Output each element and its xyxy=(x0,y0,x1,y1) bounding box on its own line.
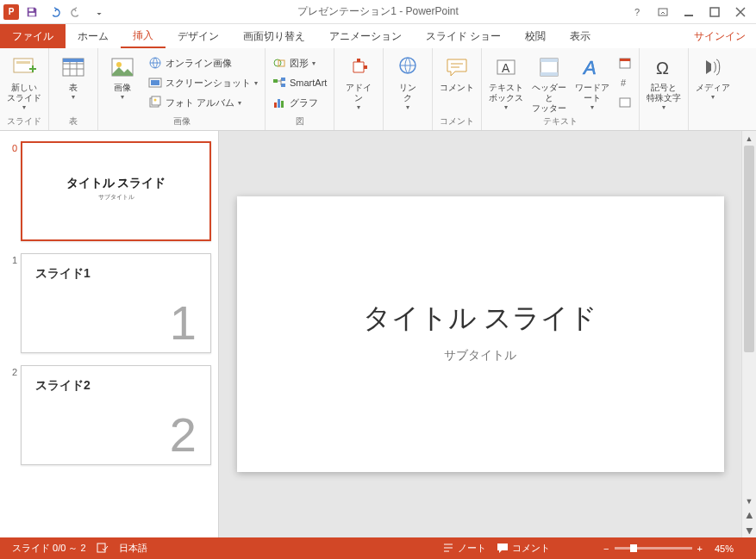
tab-file[interactable]: ファイル xyxy=(0,24,66,48)
minimize-icon[interactable] xyxy=(677,3,701,22)
group-illustrations-label: 図 xyxy=(269,114,330,128)
svg-rect-33 xyxy=(540,72,558,76)
slide-thumb-1[interactable]: スライド1 1 xyxy=(21,253,211,353)
svg-rect-25 xyxy=(281,101,284,108)
date-time-icon xyxy=(618,56,632,70)
header-footer-button[interactable]: ヘッダーと フッター xyxy=(528,50,570,114)
group-tables-label: 表 xyxy=(53,114,94,128)
symbol-button[interactable]: Ω 記号と 特殊文字▾ xyxy=(643,50,684,112)
header-footer-icon xyxy=(535,53,563,81)
status-comments-button[interactable]: コメント xyxy=(491,542,555,556)
status-spellcheck-icon[interactable] xyxy=(91,542,114,556)
wordart-icon: A xyxy=(578,53,606,81)
zoom-slider[interactable]: − + xyxy=(597,543,709,554)
next-slide-icon[interactable]: ⯆ xyxy=(742,523,756,537)
svg-rect-24 xyxy=(278,99,280,108)
text-extra1-button[interactable] xyxy=(615,53,635,72)
signin-link[interactable]: サインイン xyxy=(684,24,756,48)
scroll-down-icon[interactable]: ▼ xyxy=(742,494,756,508)
new-slide-icon xyxy=(10,53,38,81)
help-icon[interactable]: ? xyxy=(625,3,649,22)
comment-button[interactable]: コメント xyxy=(436,50,478,93)
text-extra2-button[interactable]: # xyxy=(615,73,635,92)
photo-album-button[interactable]: フォト アルバム ▾ xyxy=(145,93,261,112)
media-icon xyxy=(699,53,727,81)
new-slide-button[interactable]: 新しい スライド▾ xyxy=(3,50,45,112)
qat-dropdown-icon[interactable] xyxy=(90,3,109,22)
maximize-icon[interactable] xyxy=(703,3,727,22)
slide-thumb-2[interactable]: スライド2 2 xyxy=(21,365,211,465)
svg-text:A: A xyxy=(582,57,597,78)
zoom-out-icon[interactable]: − xyxy=(603,543,609,554)
status-slide-count[interactable]: スライド 0/0 ～ 2 xyxy=(7,542,91,555)
addins-button[interactable]: アドイ ン▾ xyxy=(338,50,379,112)
chart-icon xyxy=(272,96,286,109)
screenshot-button[interactable]: スクリーンショット ▾ xyxy=(145,73,261,92)
link-button[interactable]: リン ク▾ xyxy=(387,50,428,112)
slide-title[interactable]: タイトル スライド xyxy=(237,300,724,338)
svg-rect-20 xyxy=(273,79,278,83)
tab-slideshow[interactable]: スライド ショー xyxy=(414,24,513,48)
chart-button[interactable]: グラフ xyxy=(269,93,330,112)
group-comments-label: コメント xyxy=(436,114,478,128)
screenshot-icon xyxy=(148,76,162,90)
online-pictures-button[interactable]: オンライン画像 xyxy=(145,53,261,72)
thumb-number: 1 xyxy=(7,253,21,265)
prev-slide-icon[interactable]: ⯅ xyxy=(742,508,756,523)
slide-thumb-0[interactable]: タイトル スライド サブタイトル xyxy=(21,141,211,241)
status-language[interactable]: 日本語 xyxy=(114,542,153,555)
svg-rect-5 xyxy=(710,8,719,16)
tab-transitions[interactable]: 画面切り替え xyxy=(231,24,317,48)
tab-animations[interactable]: アニメーション xyxy=(317,24,414,48)
svg-text:?: ? xyxy=(634,7,640,17)
svg-rect-6 xyxy=(14,59,33,72)
pictures-button[interactable]: 画像▾ xyxy=(102,50,143,102)
svg-text:A: A xyxy=(502,61,510,75)
svg-point-17 xyxy=(154,99,157,102)
smartart-button[interactable]: SmartArt xyxy=(269,73,330,92)
svg-rect-9 xyxy=(63,59,84,62)
textbox-icon: A xyxy=(492,53,520,81)
group-images-label: 画像 xyxy=(102,114,261,128)
wordart-button[interactable]: A ワードアート▾ xyxy=(572,50,613,112)
tab-insert[interactable]: 挿入 xyxy=(121,24,166,48)
text-extra3-button[interactable] xyxy=(615,93,635,112)
qat-save-icon[interactable] xyxy=(22,3,41,22)
tab-home[interactable]: ホーム xyxy=(66,24,121,48)
scroll-up-icon[interactable]: ▲ xyxy=(742,131,756,146)
svg-rect-22 xyxy=(281,84,285,87)
close-icon[interactable] xyxy=(728,3,753,22)
tab-view[interactable]: 表示 xyxy=(558,24,603,48)
qat-redo-icon[interactable] xyxy=(67,3,86,22)
group-slides-label: スライド xyxy=(3,114,45,128)
tab-review[interactable]: 校閲 xyxy=(513,24,558,48)
slide-canvas[interactable]: タイトル スライド サブタイトル xyxy=(237,196,724,472)
ribbon: 新しい スライド▾ スライド 表▾ 表 画像▾ オンライン画像 スクリーンショッ… xyxy=(0,48,756,131)
textbox-button[interactable]: A テキスト ボックス▾ xyxy=(485,50,527,112)
object-icon xyxy=(618,96,632,109)
qat-undo-icon[interactable] xyxy=(45,3,64,22)
slide-subtitle[interactable]: サブタイトル xyxy=(237,348,724,363)
scroll-thumb[interactable] xyxy=(744,146,754,352)
svg-rect-26 xyxy=(357,59,360,62)
svg-rect-38 xyxy=(620,98,630,107)
media-button[interactable]: メディア▾ xyxy=(692,50,734,102)
shapes-button[interactable]: 図形 ▾ xyxy=(269,53,330,72)
link-icon xyxy=(394,53,422,81)
ribbon-options-icon[interactable] xyxy=(651,3,675,22)
vertical-scrollbar[interactable]: ▲ ▼ ⯅ ⯆ xyxy=(741,131,756,537)
svg-rect-1 xyxy=(29,12,35,16)
status-notes-button[interactable]: ノート xyxy=(437,542,491,556)
table-button[interactable]: 表▾ xyxy=(53,50,94,102)
zoom-in-icon[interactable]: + xyxy=(697,543,703,554)
thumbnail-panel: 0 タイトル スライド サブタイトル 1 スライド1 1 2 スライド2 2 xyxy=(0,131,219,537)
addins-icon xyxy=(345,53,372,81)
zoom-percent[interactable]: 45% xyxy=(709,543,739,554)
svg-rect-14 xyxy=(151,80,159,85)
shapes-icon xyxy=(272,56,286,70)
tab-design[interactable]: デザイン xyxy=(166,24,231,48)
group-text-label: テキスト xyxy=(485,114,635,128)
ribbon-tabs: ファイル ホーム 挿入 デザイン 画面切り替え アニメーション スライド ショー… xyxy=(0,24,756,48)
titlebar: P プレゼンテーション1 - PowerPoint ? xyxy=(0,0,756,24)
pictures-icon xyxy=(109,53,136,81)
